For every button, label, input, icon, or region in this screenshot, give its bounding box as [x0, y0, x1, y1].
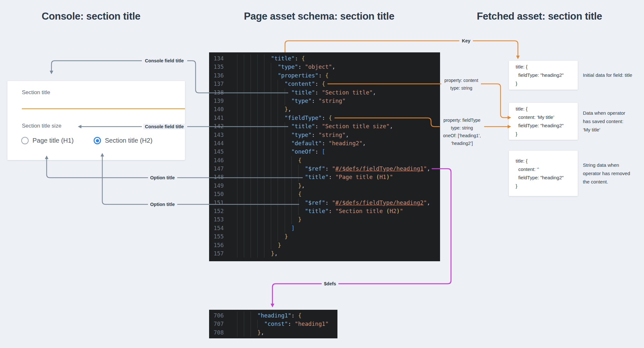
wire-defs-to-block: [272, 284, 322, 304]
code-line: 138 "title": "Section title",: [209, 88, 440, 97]
code-line: 708 },: [209, 328, 337, 337]
code-line: 155 }: [209, 232, 440, 241]
line-number: 134: [214, 54, 224, 63]
code-line: 134 "title": {: [209, 54, 440, 63]
code-line: 154 ]: [209, 224, 440, 232]
radio-option-section-title-h2[interactable]: Section title (H2): [94, 137, 152, 144]
fetched-card-saved: title: { content: ‘My title’ fieldType: …: [509, 103, 578, 140]
line-number: 707: [214, 320, 224, 328]
code-line: 144 "default": "heading2",: [209, 139, 440, 147]
line-number: 139: [214, 97, 224, 105]
code-line: 140 },: [209, 105, 440, 113]
header-console: Console: section title: [42, 11, 141, 22]
code-line: 156 }: [209, 241, 440, 249]
line-number: 149: [214, 182, 224, 190]
line-number: 137: [214, 80, 224, 88]
wire-key-right: [473, 41, 518, 56]
label-option-title-2: Option title: [149, 201, 177, 207]
label-defs: $defs: [322, 281, 338, 287]
wire-console-field-title-1-left: [51, 61, 142, 71]
label-key: Key: [460, 38, 472, 44]
line-number: 706: [214, 311, 224, 320]
radio-label: Section title (H2): [105, 137, 152, 144]
code-line: 706 "heading1": {: [209, 311, 337, 320]
section-title-size-label: Section title size: [22, 123, 61, 129]
code-line: 143 "type": "string",: [209, 131, 440, 139]
line-number: 151: [214, 199, 224, 207]
ref-link[interactable]: #/$defs/fieldType/heading1: [336, 165, 424, 172]
wire-content-to-card: [481, 84, 508, 118]
wire-option-title-1-left: [47, 158, 148, 178]
fetched-card-code: title: { fieldType: "heading2" }: [509, 63, 564, 88]
code-line: 707 "const": "heading1": [209, 320, 337, 328]
code-line: 145 "oneOf": [: [209, 147, 440, 156]
section-title-field-label: Section title: [22, 89, 50, 96]
fetched-caption-removed: String data when operator has removed th…: [583, 151, 644, 196]
line-number: 138: [214, 88, 224, 97]
line-number: 148: [214, 173, 224, 181]
line-number: 146: [214, 156, 224, 165]
header-fetched: Fetched asset: section title: [477, 11, 602, 22]
line-number: 136: [214, 71, 224, 80]
line-number: 135: [214, 63, 224, 71]
note-property-content: property: content type: string: [442, 76, 480, 92]
ref-link[interactable]: #/$defs/fieldType/heading2: [336, 200, 424, 206]
line-number: 156: [214, 241, 224, 249]
code-line: 151 "$ref": "#/$defs/fieldType/heading2"…: [209, 199, 440, 207]
line-number: 154: [214, 224, 224, 232]
wire-option-title-2-left: [102, 156, 148, 204]
header-schema: Page asset schema: section title: [244, 11, 394, 22]
wire-key-left: [285, 41, 459, 52]
code-line: 148 "title": "Page title (H1)": [209, 173, 440, 181]
line-number: 157: [214, 249, 224, 258]
line-number: 140: [214, 105, 224, 113]
line-number: 145: [214, 147, 224, 156]
console-panel: Section title Section title size Page ti…: [7, 81, 185, 160]
code-line: 139 "type": "string": [209, 97, 440, 105]
fetched-caption-initial: Initial data for field: title: [583, 61, 644, 90]
radio-option-page-title-h1[interactable]: Page title (H1): [21, 137, 74, 144]
code-line: 137 "content": {: [209, 80, 440, 88]
diagram-canvas: Console: section title Page asset schema…: [0, 0, 644, 348]
code-line: 136 "properties": {: [209, 71, 440, 80]
section-title-input[interactable]: [22, 98, 185, 109]
code-line: 142 "title": "Section title size",: [209, 122, 440, 130]
line-number: 155: [214, 232, 224, 241]
line-number: 143: [214, 131, 224, 139]
code-line: 152 "title": "Section title (H2)": [209, 207, 440, 215]
radio-selected-icon[interactable]: [94, 137, 101, 144]
line-number: 708: [214, 328, 224, 337]
line-number: 150: [214, 190, 224, 198]
line-number: 142: [214, 122, 224, 130]
defs-code-editor: 706 "heading1": {707 "const": "heading1"…: [209, 310, 337, 338]
radio-unselected-icon[interactable]: [21, 137, 29, 144]
line-number: 141: [214, 114, 224, 122]
line-number: 147: [214, 165, 224, 173]
line-number: 152: [214, 207, 224, 215]
schema-code-editor: 134 "title": {135 "type": "object",136 "…: [209, 52, 440, 261]
fetched-caption-saved: Data when operator has saved content: ‘M…: [583, 103, 644, 140]
radio-label: Page title (H1): [32, 137, 74, 144]
code-line: 147 "$ref": "#/$defs/fieldType/heading1"…: [209, 165, 440, 173]
line-number: 153: [214, 215, 224, 224]
code-line: 149 },: [209, 182, 440, 190]
code-line: 157 },: [209, 249, 440, 258]
code-line: 146 {: [209, 156, 440, 165]
fetched-card-code: title: { content: ‘My title’ fieldType: …: [509, 105, 564, 138]
fetched-card-code: title: { content: ‘’ fieldType: "heading…: [509, 157, 564, 190]
note-property-fieldtype: property: fieldType type: string oneOf: …: [441, 116, 483, 147]
code-line: 135 "type": "object",: [209, 63, 440, 71]
code-line: 141 "fieldType": {: [209, 114, 440, 122]
label-console-field-title-1: Console field title: [143, 58, 186, 64]
fetched-card-removed: title: { content: ‘’ fieldType: "heading…: [509, 151, 578, 196]
fetched-card-initial: title: { fieldType: "heading2" }: [509, 61, 578, 90]
label-option-title-1: Option title: [149, 175, 177, 181]
code-line: 150 {: [209, 190, 440, 198]
label-console-field-title-2: Console field title: [143, 124, 186, 129]
code-line: 153 }: [209, 215, 440, 224]
line-number: 144: [214, 139, 224, 147]
